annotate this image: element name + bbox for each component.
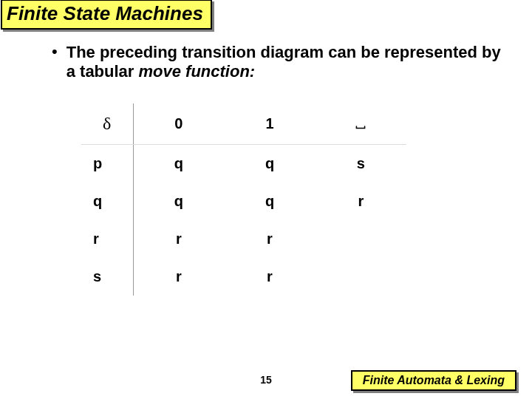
cell: q [133, 145, 224, 183]
col-header-0: 0 [133, 103, 224, 145]
col-header-delta: δ [81, 103, 133, 145]
table-header-row: δ 0 1 ⎵ [81, 103, 406, 145]
table-row: p q q s [81, 145, 406, 183]
bullet-marker: • [52, 43, 58, 61]
cell: r [133, 220, 224, 258]
bullet-item: • The preceding transition diagram can b… [52, 43, 502, 81]
bullet-text: The preceding transition diagram can be … [66, 43, 502, 81]
col-header-1: 1 [224, 103, 315, 145]
table-row: q q q r [81, 183, 406, 220]
cell [316, 220, 406, 258]
cell: q [224, 183, 315, 220]
cell: r [224, 258, 315, 296]
cell: r [316, 183, 406, 220]
cell: q [133, 183, 224, 220]
title-box: Finite State Machines [3, 1, 214, 32]
cell [316, 258, 406, 296]
col-header-blank: ⎵ [316, 103, 406, 145]
table-row: r r r [81, 220, 406, 258]
row-state-q: q [81, 183, 133, 220]
slide-title: Finite State Machines [1, 0, 212, 30]
footer-label: Finite Automata & Lexing [351, 370, 516, 391]
bullet-text-italic: move function: [139, 62, 256, 81]
row-state-p: p [81, 145, 133, 183]
table-row: s r r [81, 258, 406, 296]
bullet-text-plain: The preceding transition diagram can be … [66, 43, 501, 81]
row-state-s: s [81, 258, 133, 296]
row-state-r: r [81, 220, 133, 258]
cell: r [133, 258, 224, 296]
move-function-table: δ 0 1 ⎵ p q q s q q q r r r r s r r [81, 103, 406, 296]
cell: s [316, 145, 406, 183]
footer-box: Finite Automata & Lexing [353, 372, 519, 393]
cell: q [224, 145, 315, 183]
cell: r [224, 220, 315, 258]
